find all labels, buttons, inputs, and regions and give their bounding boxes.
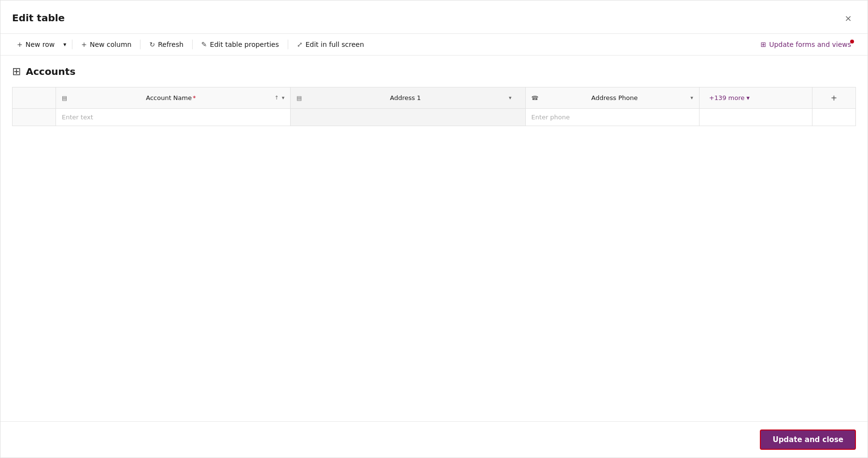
toolbar-right: ⊞ Update forms and views xyxy=(756,38,856,51)
toolbar-divider-3 xyxy=(192,40,193,49)
add-column-th-content: + xyxy=(812,88,855,107)
refresh-button[interactable]: ↻ Refresh xyxy=(144,38,188,51)
edit-fullscreen-button[interactable]: ⤢ Edit in full screen xyxy=(292,38,369,51)
notification-dot xyxy=(850,40,854,43)
address1-th-content: ▤ Address 1 ▾ ✎ xyxy=(291,89,525,106)
pencil-icon: ✎ xyxy=(201,41,207,48)
table-row: Enter text Enter phone xyxy=(13,109,856,126)
dialog-footer: Update and close xyxy=(0,421,868,458)
address1-dropdown-icon[interactable]: ▾ xyxy=(509,95,512,101)
row-selector-header xyxy=(13,87,56,109)
account-name-th-content: ▤ Account Name* ↑ ▾ xyxy=(56,89,290,106)
edit-table-properties-button[interactable]: ✎ Edit table properties xyxy=(196,38,284,51)
address1-column-header[interactable]: ▤ Address 1 ▾ ✎ xyxy=(291,87,525,109)
account-name-dropdown-icon[interactable]: ▾ xyxy=(282,95,285,101)
account-name-column-header[interactable]: ▤ Account Name* ↑ ▾ xyxy=(56,87,291,109)
new-column-button[interactable]: + New column xyxy=(76,38,136,51)
update-forms-label: Update forms and views xyxy=(769,41,851,48)
toolbar: + New row ▾ + New column ↻ Refresh ✎ Edi… xyxy=(0,34,868,56)
address-phone-cell[interactable]: Enter phone xyxy=(525,109,699,126)
plus-icon-2: + xyxy=(81,41,87,48)
more-columns-th-content: +139 more ▾ xyxy=(700,87,812,108)
new-column-label: New column xyxy=(90,41,132,48)
add-column-button[interactable]: + xyxy=(818,93,850,102)
refresh-label: Refresh xyxy=(158,41,183,48)
more-columns-header[interactable]: +139 more ▾ xyxy=(699,87,812,109)
dialog-title: Edit table xyxy=(12,12,65,24)
address-phone-column-header[interactable]: ☎ Address Phone ▾ xyxy=(525,87,699,109)
edit-table-properties-label: Edit table properties xyxy=(210,41,279,48)
update-close-button[interactable]: Update and close xyxy=(760,429,856,450)
new-row-dropdown-button[interactable]: ▾ xyxy=(61,38,68,51)
more-columns-button[interactable]: +139 more ▾ xyxy=(705,92,754,103)
phone-icon: ☎ xyxy=(532,95,539,101)
chevron-down-icon: ▾ xyxy=(63,41,66,48)
more-cell xyxy=(699,109,812,126)
toolbar-divider-2 xyxy=(140,40,140,49)
toolbar-divider-1 xyxy=(72,40,72,49)
row-selector-cell xyxy=(13,109,56,126)
plus-icon: + xyxy=(17,41,23,48)
dialog-header: Edit table × xyxy=(0,0,868,34)
more-columns-chevron-icon: ▾ xyxy=(746,94,750,101)
refresh-icon: ↻ xyxy=(149,41,155,48)
account-name-field-icon: ▤ xyxy=(62,95,67,101)
address1-cell[interactable] xyxy=(291,109,525,126)
data-table: ▤ Account Name* ↑ ▾ ▤ Address 1 ▾ xyxy=(12,87,856,126)
address-phone-th-content: ☎ Address Phone ▾ xyxy=(526,89,699,106)
address1-field-icon: ▤ xyxy=(296,95,302,101)
address1-label: Address 1 xyxy=(305,94,506,101)
account-name-placeholder: Enter text xyxy=(62,114,93,121)
toolbar-divider-4 xyxy=(288,40,288,49)
address-phone-placeholder: Enter phone xyxy=(532,114,570,121)
close-button[interactable]: × xyxy=(840,10,856,26)
address-phone-dropdown-icon[interactable]: ▾ xyxy=(690,95,693,101)
add-column-header[interactable]: + xyxy=(812,87,855,109)
fullscreen-icon: ⤢ xyxy=(297,41,303,48)
more-columns-label: +139 more xyxy=(709,94,745,101)
address-phone-label: Address Phone xyxy=(542,94,688,101)
required-asterisk: * xyxy=(193,94,196,101)
new-row-button[interactable]: + New row xyxy=(12,38,59,51)
new-row-label: New row xyxy=(26,41,55,48)
add-col-cell xyxy=(812,109,855,126)
table-title-row: ⊞ Accounts xyxy=(12,65,856,77)
edit-fullscreen-label: Edit in full screen xyxy=(306,41,364,48)
update-forms-icon: ⊞ xyxy=(760,41,766,48)
edit-table-dialog: Edit table × + New row ▾ + New column ↻ … xyxy=(0,0,868,458)
table-title-text: Accounts xyxy=(26,66,75,77)
account-name-label: Account Name* xyxy=(70,94,271,101)
sort-ascending-icon[interactable]: ↑ xyxy=(275,95,279,101)
table-grid-icon: ⊞ xyxy=(12,65,21,77)
content-area: ⊞ Accounts ▤ Account Name* ↑ ▾ xyxy=(0,56,868,421)
account-name-cell[interactable]: Enter text xyxy=(56,109,291,126)
update-forms-button[interactable]: ⊞ Update forms and views xyxy=(756,38,856,51)
